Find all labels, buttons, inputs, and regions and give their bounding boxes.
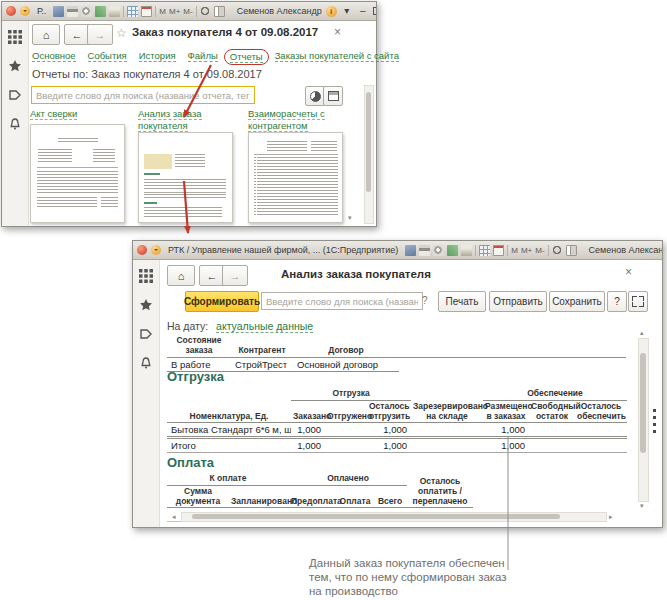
scroll-right-icon[interactable]: ▸	[609, 513, 613, 520]
col-header: Заказано	[291, 400, 325, 423]
app-logo-icon[interactable]	[6, 6, 16, 16]
menu-grid-icon[interactable]	[139, 269, 153, 283]
send-button[interactable]: Отправить	[489, 291, 547, 312]
app-logo-icon[interactable]	[137, 245, 147, 255]
annotation-line: Данный заказ покупателя обеспечен	[309, 556, 507, 570]
col-header: Осталось отгрузить	[367, 400, 411, 423]
print-button[interactable]: Печать	[438, 291, 486, 312]
info-icon[interactable]: i	[326, 6, 337, 17]
memory-plus-button[interactable]: M+	[521, 246, 532, 255]
user-name[interactable]: Семенов Александр	[589, 245, 662, 255]
tab-osnovnoe[interactable]: Основное	[32, 50, 76, 62]
menu-grid-icon[interactable]	[8, 30, 22, 44]
report-thumbnail-akt-sverki[interactable]	[30, 124, 125, 223]
date-label: На дату:	[167, 320, 208, 332]
tab-otchety[interactable]: Отчеты	[230, 51, 263, 63]
date-value-link[interactable]: актуальные данные	[216, 320, 313, 333]
order-window: Р.. M M+ M- Семенов Александр	[1, 1, 377, 227]
help-button[interactable]: ?	[607, 291, 627, 312]
print-icon[interactable]	[67, 6, 78, 17]
memory-minus-button[interactable]: M-	[183, 7, 192, 16]
save-button[interactable]: Сохранить	[549, 291, 605, 312]
scroll-up-icon[interactable]: ▴	[640, 329, 644, 336]
tab-zakazy-s-sayta[interactable]: Заказы покупателей с сайта	[275, 50, 399, 62]
print-preview-icon[interactable]	[81, 6, 92, 17]
fullscreen-button[interactable]	[628, 291, 648, 312]
notifications-bell-icon[interactable]	[139, 356, 153, 370]
memory-button[interactable]: M	[159, 7, 166, 16]
table-row: Бытовка Стандарт 6*6 м, шт 1,000 1,000 1…	[167, 423, 627, 438]
split-view-icon[interactable]	[214, 6, 225, 17]
user-name[interactable]: Семенов Александр	[237, 6, 322, 16]
tab-sobytiya[interactable]: События	[88, 50, 127, 62]
shipment-group-header: Отгрузка	[291, 388, 411, 400]
col-header: Осталось обеспечить	[575, 400, 627, 423]
history-tag-icon[interactable]	[139, 327, 153, 341]
report-thumbnail-analiz[interactable]	[138, 132, 233, 223]
app-menu-icon[interactable]	[20, 6, 30, 16]
memory-plus-button[interactable]: M+	[169, 7, 180, 16]
print-preview-icon[interactable]	[433, 245, 444, 256]
horizontal-scrollbar[interactable]	[181, 512, 607, 522]
share-icon[interactable]	[447, 245, 458, 256]
history-tag-icon[interactable]	[8, 88, 22, 102]
panel-view-button[interactable]	[323, 86, 343, 106]
favorite-star-icon[interactable]: ☆	[116, 27, 127, 39]
product-search-input[interactable]	[261, 292, 423, 310]
table-icon[interactable]	[127, 6, 138, 17]
maximize-button[interactable]	[373, 7, 376, 15]
scroll-down-icon[interactable]: ▾	[640, 502, 644, 509]
report-thumbnail-vzaimoraschety[interactable]	[248, 132, 343, 223]
col-header: Всего	[373, 485, 407, 508]
window1-vertical-scrollbar[interactable]	[364, 85, 374, 224]
table-icon[interactable]	[479, 245, 490, 256]
app-menu-icon[interactable]	[151, 245, 161, 255]
mail-icon[interactable]	[461, 245, 472, 256]
separator	[123, 6, 124, 17]
split-view-icon[interactable]	[566, 245, 577, 256]
notifications-bell-icon[interactable]	[8, 117, 22, 131]
thumbnail-title-vzaimoraschety[interactable]: Взаиморасчеты с контрагентом	[248, 108, 348, 132]
calendar-icon[interactable]	[493, 245, 504, 256]
window1-titlebar: Р.. M M+ M- Семенов Александр	[2, 2, 376, 21]
search-help-link[interactable]: ?	[422, 295, 428, 306]
save-icon[interactable]	[405, 245, 416, 256]
window2-titlebar: РТК / Управление нашей фирмой, ... (1С:П…	[133, 241, 662, 260]
forward-button[interactable]: →	[222, 265, 248, 286]
close-tab-icon[interactable]: ×	[334, 26, 341, 38]
zoom-icon[interactable]	[552, 245, 563, 256]
share-icon[interactable]	[95, 6, 106, 17]
provision-group-header: Обеспечение	[483, 388, 627, 400]
favorites-star-icon[interactable]	[139, 298, 153, 312]
report-search-input[interactable]	[31, 86, 255, 104]
table-menu-handle[interactable]	[653, 409, 656, 435]
tab-fayly[interactable]: Файлы	[188, 50, 218, 62]
memory-minus-button[interactable]: M-	[535, 246, 544, 255]
memory-button[interactable]: M	[511, 246, 518, 255]
pie-view-button[interactable]	[305, 86, 325, 106]
mail-icon[interactable]	[109, 6, 120, 17]
scroll-more-icon[interactable]: ▾	[348, 214, 352, 221]
calendar-icon[interactable]	[141, 6, 152, 17]
separator	[196, 6, 197, 17]
pie-view-icon	[310, 91, 321, 102]
vertical-scrollbar[interactable]	[638, 338, 649, 502]
print-icon[interactable]	[419, 245, 430, 256]
zoom-icon[interactable]	[200, 6, 211, 17]
reports-for-label: Отчеты по: Заказ покупателя 4 от 09.08.2…	[32, 68, 262, 80]
save-icon[interactable]	[53, 6, 64, 17]
scroll-left-icon[interactable]: ◂	[172, 513, 176, 520]
generate-button[interactable]: Сформировать	[185, 291, 259, 312]
home-button[interactable]: ⌂	[167, 265, 195, 286]
minimize-button[interactable]: –	[357, 6, 369, 16]
thumbnail-title-akt-sverki[interactable]: Акт сверки	[30, 108, 130, 120]
thumbnail-title-analiz[interactable]: Анализ заказа покупателя	[138, 108, 238, 132]
forward-button[interactable]: →	[87, 24, 113, 45]
close-tab-icon[interactable]: ×	[625, 266, 632, 278]
home-button[interactable]: ⌂	[32, 24, 60, 45]
titlebar-dropdown-icon[interactable]: ▾	[341, 6, 353, 16]
favorites-star-icon[interactable]	[8, 59, 22, 73]
tab-istoriya[interactable]: История	[139, 50, 176, 62]
col-header: Свободный остаток	[529, 400, 575, 423]
annotation-text: Данный заказ покупателя обеспечен тем, ч…	[309, 556, 507, 598]
